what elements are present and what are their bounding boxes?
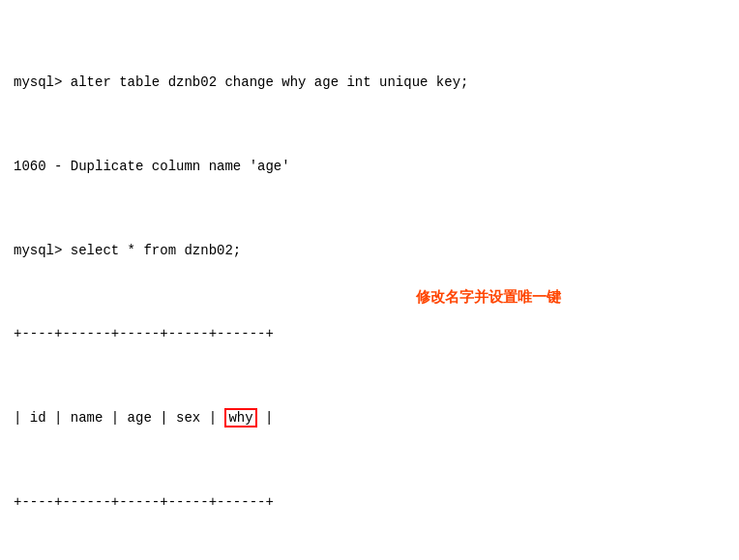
line-6: +----+------+-----+-----+------+	[14, 492, 725, 514]
why-highlight: why	[224, 408, 256, 427]
line-3: mysql> select * from dznb02;	[14, 241, 725, 262]
line-2: 1060 - Duplicate column name 'age'	[14, 157, 725, 178]
annotation-text: 修改名字并设置唯一键	[416, 288, 561, 307]
line-5-header: | id | name | age | sex | why |	[14, 408, 725, 429]
line-1: mysql> alter table dznb02 change why age…	[14, 73, 725, 94]
header-prefix: | id | name | age | sex |	[14, 410, 224, 426]
header-suffix: |	[257, 410, 274, 426]
terminal-output: mysql> alter table dznb02 change why age…	[14, 10, 725, 560]
line-4: +----+------+-----+-----+------+	[14, 324, 725, 345]
